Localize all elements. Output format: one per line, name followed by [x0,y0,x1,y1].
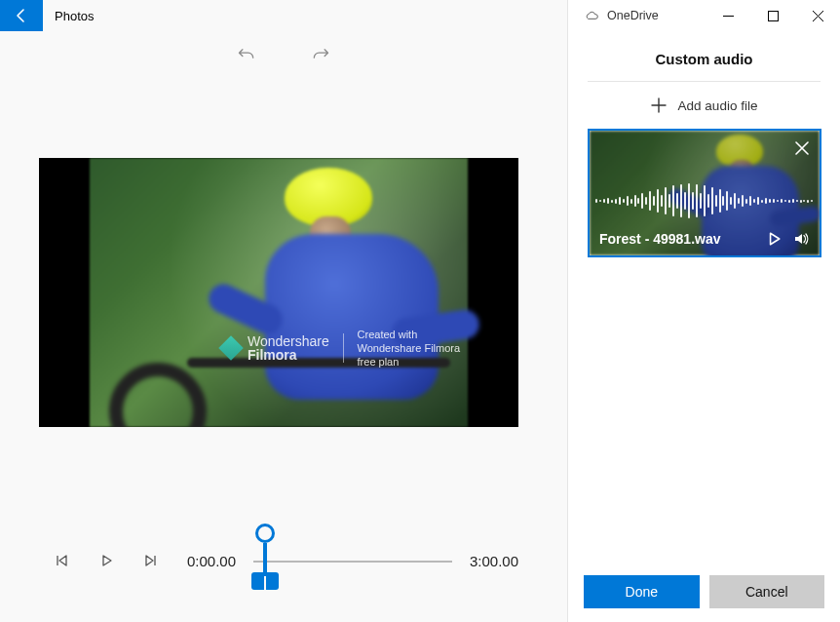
window-maximize-button[interactable] [750,0,795,31]
prev-frame-icon [55,554,68,567]
remove-audio-button[interactable] [790,136,814,160]
next-frame-button[interactable] [142,552,160,569]
volume-button[interactable] [792,230,810,248]
close-icon [813,11,823,21]
audio-tile[interactable]: Forest - 49981.wav [588,129,821,257]
side-panel: OneDrive Custom audio Add audio file [567,0,840,622]
add-audio-button[interactable]: Add audio file [588,82,821,129]
playback-bar: 0:00.00 3:00.00 [39,526,518,595]
preview-play-button[interactable] [765,230,783,248]
play-icon [766,231,782,247]
video-frame [90,158,468,427]
watermark-created-with: Created with [358,328,468,341]
window-titlebar: OneDrive [568,0,840,31]
timeline-track[interactable] [253,541,452,580]
cloud-icon [584,10,599,21]
minimize-icon [723,11,734,21]
plus-icon [651,97,667,113]
next-frame-icon [144,554,158,567]
panel-title: Custom audio [588,45,821,81]
editor-pane: Photos [0,0,567,622]
window-minimize-button[interactable] [706,0,750,31]
watermark-brand-line2: Filmora [248,348,329,362]
undo-icon [237,44,256,63]
current-time: 0:00.00 [187,553,236,569]
panel-footer: Done Cancel [568,565,840,622]
play-button[interactable] [97,552,115,569]
left-topbar: Photos [0,0,567,31]
total-time: 3:00.00 [470,553,518,569]
redo-button[interactable] [307,40,334,67]
svg-rect-0 [768,11,778,20]
timeline-scrubber[interactable] [251,524,279,598]
undo-redo-bar [0,29,567,78]
done-button[interactable]: Done [584,575,700,608]
play-icon [99,554,113,567]
onedrive-indicator[interactable]: OneDrive [568,9,706,22]
watermark-plan: Wondershare Filmora free plan [358,341,468,369]
redo-icon [311,44,330,63]
arrow-left-icon [14,8,29,23]
audio-file-name: Forest - 49981.wav [599,231,755,247]
cancel-button[interactable]: Cancel [709,575,825,608]
back-button[interactable] [0,0,43,31]
onedrive-label: OneDrive [607,9,659,22]
volume-icon [793,231,809,247]
video-preview[interactable]: Wondershare Filmora Created with Wonders… [39,158,518,427]
undo-button[interactable] [233,40,260,67]
waveform-icon [590,181,820,220]
wondershare-logo-icon [218,335,243,360]
window-close-button[interactable] [795,0,840,31]
watermark: Wondershare Filmora Created with Wonders… [222,328,468,369]
watermark-brand-line1: Wondershare [248,334,329,348]
prev-frame-button[interactable] [53,552,70,569]
maximize-icon [768,11,779,21]
app-title: Photos [43,9,94,23]
close-icon [795,141,809,155]
add-audio-label: Add audio file [678,98,758,113]
